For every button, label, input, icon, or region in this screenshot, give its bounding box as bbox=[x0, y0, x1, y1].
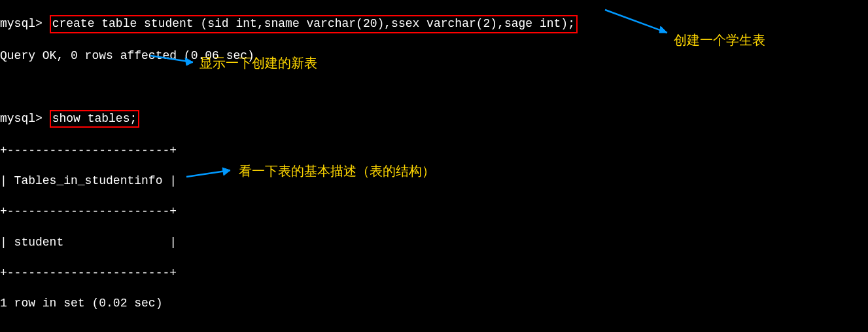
create-table-command: create table student (sid int,sname varc… bbox=[50, 15, 578, 33]
mysql-prompt: mysql> bbox=[0, 112, 43, 125]
tables-border: +-----------------------+ bbox=[0, 143, 868, 158]
annotation-create-table: 创建一个学生表 bbox=[674, 31, 765, 48]
annotation-describe: 看一下表的基本描述（表的结构） bbox=[239, 162, 435, 179]
show-tables-summary: 1 row in set (0.02 sec) bbox=[0, 296, 868, 311]
mysql-prompt: mysql> bbox=[0, 17, 43, 30]
tables-border: +-----------------------+ bbox=[0, 204, 868, 219]
query-ok-result: Query OK, 0 rows affected (0.06 sec) bbox=[0, 48, 868, 64]
tables-border: +-----------------------+ bbox=[0, 266, 868, 281]
tables-row-student: | student | bbox=[0, 235, 868, 250]
show-tables-command: show tables; bbox=[50, 110, 140, 128]
annotation-show-tables: 显示一下创建的新表 bbox=[200, 54, 317, 71]
